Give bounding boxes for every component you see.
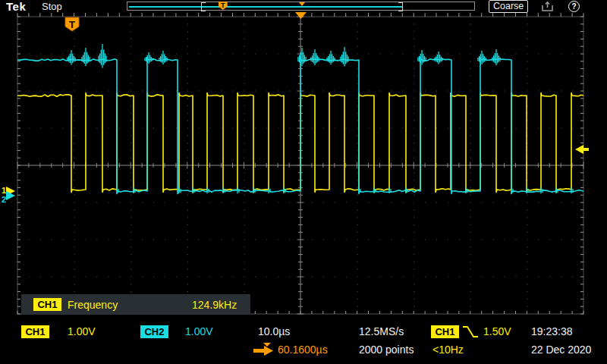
- measurement-box: CH1 Frequency 124.9kHz: [21, 294, 250, 315]
- help-icon[interactable]: ?: [568, 1, 580, 12]
- ch1-ground-marker-label: 1: [2, 186, 6, 195]
- coarse-button[interactable]: Coarse: [489, 0, 528, 13]
- trigger-source-badge[interactable]: CH1: [431, 325, 459, 338]
- clock-time: 19:23:38: [531, 325, 573, 337]
- trigger-position-marker-letter: T: [69, 19, 75, 30]
- measurement-channel-badge: CH1: [33, 298, 61, 311]
- trigger-level-readout: 1.50V: [483, 325, 511, 337]
- record-expansion-marker-icon: [299, 2, 305, 6]
- save-icon[interactable]: [542, 2, 555, 11]
- ch1-badge[interactable]: CH1: [21, 325, 49, 338]
- window-bracket-left-icon: [201, 2, 206, 11]
- record-waveform-line: [129, 6, 403, 8]
- timebase-readout: 10.0µs: [258, 325, 290, 337]
- horizontal-position-arrow-icon: [253, 342, 274, 356]
- ch2-noise-spikes: [68, 44, 573, 193]
- trigger-coupling-readout: <10Hz: [432, 344, 464, 356]
- expansion-point-marker-icon: [295, 12, 307, 19]
- ch2-badge[interactable]: CH2: [140, 325, 168, 338]
- trigger-level-arrow-icon: [575, 145, 589, 154]
- oscilloscope-screen: T12 Tek Stop T Coarse ? CH1 Frequency 12…: [0, 0, 607, 364]
- record-view-bar[interactable]: T: [127, 2, 475, 11]
- acquisition-status: Stop: [42, 1, 62, 12]
- record-trigger-marker-icon: T: [219, 2, 228, 10]
- trigger-slope-falling-icon: [462, 325, 479, 338]
- ch2-ground-marker-label: 2: [2, 195, 6, 204]
- sample-rate-readout: 12.5MS/s: [359, 325, 404, 337]
- tek-logo: Tek: [6, 0, 26, 13]
- record-length-readout: 2000 points: [359, 344, 414, 356]
- ch1-scale: 1.00V: [68, 325, 96, 337]
- measurement-label: Frequency: [68, 299, 118, 311]
- horizontal-position-readout: 60.1600µs: [278, 344, 328, 356]
- window-bracket-right-icon: [398, 2, 403, 11]
- clock-date: 22 Dec 2020: [531, 344, 591, 356]
- measurement-value: 124.9kHz: [192, 299, 237, 311]
- ch2-scale: 1.00V: [185, 325, 213, 337]
